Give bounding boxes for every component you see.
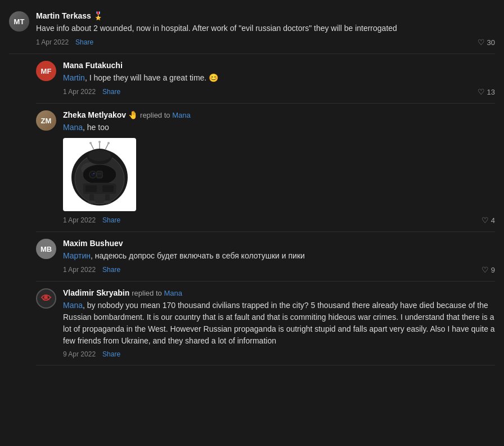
like-count: ♡ 13	[478, 87, 495, 96]
replied-to-name: Mana	[164, 289, 182, 297]
author-name: Maxim Bushuev	[63, 239, 123, 248]
comment-meta: 1 Apr 2022 Share ♡ 4	[63, 216, 495, 225]
comment-header: Martin Terkass 🎖️	[36, 11, 495, 20]
comment-header: Maxim Bushuev	[63, 239, 495, 248]
comment-body: Mana Futakuchi Martin, I hope they will …	[63, 61, 495, 96]
comment-header: Zheka Metlyakov 🤚 replied to Mana	[63, 110, 495, 119]
share-link[interactable]: Share	[102, 266, 120, 274]
comment-meta: 1 Apr 2022 Share ♡ 30	[36, 38, 495, 47]
like-number: 30	[487, 38, 495, 47]
comment-text: Mana, he too	[63, 122, 495, 133]
svg-line-9	[105, 143, 109, 150]
like-count: ♡ 4	[482, 216, 495, 225]
svg-point-23	[88, 200, 96, 204]
author-name: Vladimir Skryabin	[63, 288, 129, 297]
svg-line-5	[91, 143, 94, 150]
comment-header: Vladimir Skryabin replied to Mana	[63, 288, 495, 297]
robot-image	[66, 141, 133, 208]
svg-point-10	[107, 142, 110, 144]
like-number: 13	[487, 88, 495, 96]
comment-meta: 9 Apr 2022 Share	[63, 350, 495, 358]
share-link[interactable]: Share	[102, 88, 120, 96]
replied-to-text: replied to Mana	[132, 289, 182, 297]
avatar: MT	[9, 11, 29, 32]
comment-body: Martin Terkass 🎖️ Have info about 2 woun…	[36, 11, 495, 47]
comment-4: MB Maxim Bushuev Мартин, надеюсь допрос …	[36, 232, 495, 282]
author-badge: 🎖️	[93, 11, 103, 20]
comment-image	[63, 138, 136, 211]
mention: Mana	[63, 123, 83, 132]
like-count: ♡ 9	[482, 265, 495, 274]
avatar: MB	[36, 239, 56, 259]
comment-5: 👁 Vladimir Skryabin replied to Mana Mana…	[36, 282, 495, 365]
comment-3: ZM Zheka Metlyakov 🤚 replied to Mana Man…	[36, 104, 495, 232]
svg-point-4	[88, 150, 111, 161]
comment-body: Maxim Bushuev Мартин, надеюсь допрос буд…	[63, 239, 495, 274]
like-number: 9	[491, 266, 495, 274]
avatar: MF	[36, 61, 56, 81]
comment-date: 1 Apr 2022	[63, 266, 96, 274]
replied-to-text: replied to Mana	[140, 111, 191, 119]
comment-text: Mana, by nobody you mean 170 thousand ci…	[63, 300, 495, 347]
author-name: Mana Futakuchi	[63, 61, 123, 70]
heart-icon: ♡	[478, 38, 485, 47]
comment-date: 1 Apr 2022	[63, 88, 96, 96]
share-link[interactable]: Share	[102, 216, 120, 224]
comment-text: Have info about 2 wounded, now in hospit…	[36, 23, 495, 34]
avatar-icon: 👁	[41, 293, 51, 305]
comment-date: 1 Apr 2022	[36, 38, 69, 46]
mention: Martin	[63, 73, 85, 82]
svg-rect-17	[98, 173, 101, 175]
comment-body: Vladimir Skryabin replied to Mana Mana, …	[63, 288, 495, 358]
comment-header: Mana Futakuchi	[63, 61, 495, 70]
replied-to-name: Mana	[172, 111, 191, 119]
avatar: ZM	[36, 110, 56, 131]
svg-point-8	[98, 141, 101, 143]
heart-icon: ♡	[482, 265, 489, 274]
comment-1: MT Martin Terkass 🎖️ Have info about 2 w…	[9, 5, 495, 54]
svg-point-15	[93, 173, 94, 174]
mention: Мартин	[63, 251, 91, 260]
heart-icon: ♡	[482, 216, 489, 225]
comment-2: MF Mana Futakuchi Martin, I hope they wi…	[36, 54, 495, 104]
share-link[interactable]: Share	[102, 350, 120, 358]
comment-body: Zheka Metlyakov 🤚 replied to Mana Mana, …	[63, 110, 495, 225]
comment-date: 1 Apr 2022	[63, 216, 96, 224]
like-number: 4	[491, 216, 495, 225]
svg-rect-19	[86, 185, 97, 192]
author-badge: 🤚	[128, 110, 138, 119]
share-link[interactable]: Share	[75, 38, 93, 46]
avatar: 👁	[36, 288, 56, 309]
comment-meta: 1 Apr 2022 Share ♡ 9	[63, 265, 495, 274]
comment-date: 9 Apr 2022	[63, 350, 96, 358]
svg-point-24	[104, 200, 111, 204]
svg-rect-20	[102, 185, 114, 192]
author-name: Zheka Metlyakov	[63, 110, 126, 119]
comments-container: MT Martin Terkass 🎖️ Have info about 2 w…	[0, 0, 504, 374]
author-name: Martin Terkass	[36, 11, 91, 20]
heart-icon: ♡	[478, 87, 485, 96]
comment-text: Martin, I hope they will have a great ti…	[63, 72, 495, 84]
svg-point-6	[89, 142, 92, 144]
comment-meta: 1 Apr 2022 Share ♡ 13	[63, 87, 495, 96]
comment-text: Мартин, надеюсь допрос будет включать в …	[63, 250, 495, 262]
like-count: ♡ 30	[478, 38, 495, 47]
mention: Mana	[63, 301, 83, 310]
